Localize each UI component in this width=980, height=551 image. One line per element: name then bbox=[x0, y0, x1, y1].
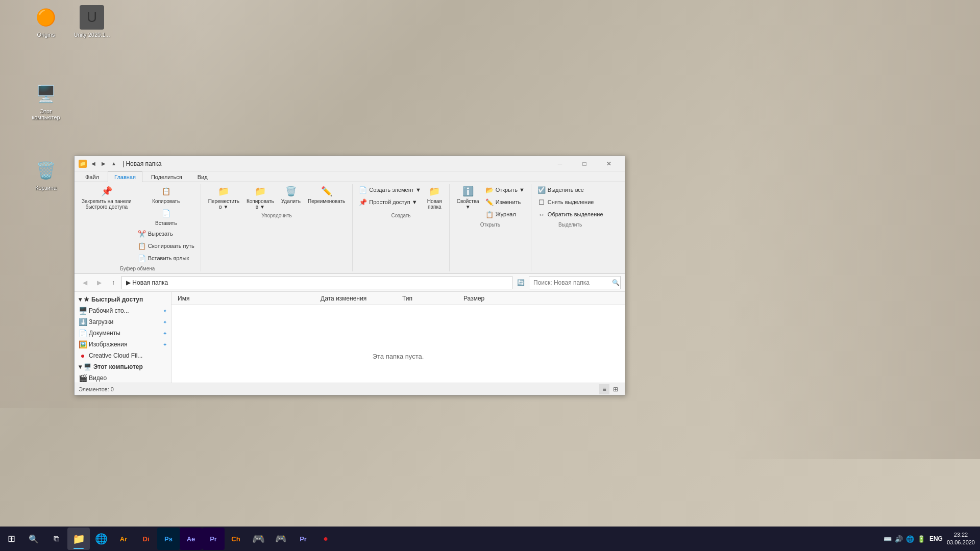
taskbar-taskview[interactable]: ⧉ bbox=[45, 528, 67, 550]
computer-icon: 🖥️ bbox=[34, 82, 58, 106]
system-clock[interactable]: 23:22 03.06.2020 bbox=[947, 531, 975, 547]
sidebar-item-video[interactable]: 🎬 Видео bbox=[75, 372, 171, 383]
copy-to-btn[interactable]: 📁 Копироватьв ▼ bbox=[243, 184, 277, 211]
taskbar-aftereffects[interactable]: Ae bbox=[180, 528, 202, 550]
this-pc-icon: 🖥️ bbox=[84, 363, 91, 370]
address-path[interactable]: ▶ Новая папка bbox=[121, 276, 512, 289]
recycle-icon: 🗑️ bbox=[34, 158, 58, 183]
volume-icon[interactable]: 🔊 bbox=[895, 535, 903, 543]
taskbar-explorer[interactable]: 📁 bbox=[67, 528, 90, 550]
up-btn[interactable]: ↑ bbox=[107, 277, 119, 289]
clock-time: 23:22 bbox=[947, 531, 975, 539]
clipboard-label: Буфер обмена bbox=[120, 266, 155, 271]
col-size-header[interactable]: Размер bbox=[461, 292, 512, 305]
col-name-header[interactable]: Имя bbox=[176, 292, 318, 305]
origin-label: Origins bbox=[37, 32, 55, 38]
desktop-icon-unity[interactable]: U Unity 2020.1... bbox=[71, 5, 112, 38]
taskbar-right: ⌨️ 🔊 🌐 🔋 ENG 23:22 03.06.2020 bbox=[884, 531, 980, 547]
minimize-button[interactable]: ─ bbox=[548, 156, 572, 171]
open-btn[interactable]: 📂 Открыть ▼ bbox=[483, 184, 527, 195]
new-item-btn[interactable]: 📄 Создать элемент ▼ bbox=[357, 184, 423, 195]
lang-indicator[interactable]: ENG bbox=[929, 535, 943, 542]
new-item-icon: 📄 bbox=[359, 186, 367, 194]
taskbar-search[interactable]: 🔍 bbox=[22, 528, 45, 550]
desktop-icon-computer[interactable]: 🖥️ Этот компьютер bbox=[26, 82, 66, 120]
title-nav: ◀ ▶ ▲ bbox=[89, 159, 118, 168]
maximize-button[interactable]: □ bbox=[573, 156, 596, 171]
easy-access-btn[interactable]: 📌 Простой доступ ▼ bbox=[357, 196, 423, 208]
invert-icon: ↔️ bbox=[537, 210, 546, 218]
status-text: Элементов: 0 bbox=[79, 386, 114, 392]
properties-icon: ℹ️ bbox=[462, 185, 474, 197]
tab-file[interactable]: Файл bbox=[79, 171, 106, 182]
grid-view-btn[interactable]: ⊞ bbox=[610, 384, 621, 394]
tab-view[interactable]: Вид bbox=[191, 171, 214, 182]
sidebar-item-desktop[interactable]: 🖥️ Рабочий сто... ✦ bbox=[75, 305, 171, 316]
chevron-down-icon: ▾ bbox=[79, 296, 82, 303]
desktop-folder-icon: 🖥️ bbox=[79, 307, 87, 315]
sidebar-item-pictures[interactable]: 🖼️ Изображения ✦ bbox=[75, 339, 171, 350]
move-btn[interactable]: 📁 Переместитьв ▼ bbox=[205, 184, 242, 211]
search-input[interactable] bbox=[533, 279, 610, 286]
cut-btn[interactable]: ✂️ Вырезать bbox=[136, 228, 197, 239]
copy-icon: 📋 bbox=[160, 185, 172, 197]
paste-btn[interactable]: 📄 Вставить bbox=[136, 206, 197, 227]
paste-shortcut-btn[interactable]: 📄 Вставить ярлык bbox=[136, 253, 197, 264]
taskbar-app1[interactable]: ● bbox=[314, 528, 337, 550]
taskbar-premiere[interactable]: Pr bbox=[202, 528, 225, 550]
empty-folder-message: Эта папка пуста. bbox=[172, 305, 625, 383]
taskbar-character-animator[interactable]: Ch bbox=[225, 528, 247, 550]
desktop-icon-origin[interactable]: 🟠 Origins bbox=[26, 5, 66, 38]
taskbar-chrome[interactable]: 🌐 bbox=[90, 528, 112, 550]
network-icon[interactable]: 🌐 bbox=[906, 535, 914, 543]
this-pc-header[interactable]: ▾ 🖥️ Этот компьютер bbox=[75, 361, 171, 372]
taskbar-adobe-aero[interactable]: Ar bbox=[112, 528, 135, 550]
this-pc-label: Этот компьютер bbox=[93, 363, 143, 370]
file-list-header: Имя Дата изменения Тип Размер bbox=[172, 292, 625, 305]
list-view-btn[interactable]: ≡ bbox=[599, 384, 609, 394]
title-fwd-btn[interactable]: ▶ bbox=[99, 159, 108, 168]
close-button[interactable]: ✕ bbox=[597, 156, 621, 171]
window-controls: ─ □ ✕ bbox=[548, 156, 621, 171]
pin-btn[interactable]: 📌 Закрепить на панелибыстрого доступа bbox=[79, 184, 135, 211]
sidebar-item-downloads[interactable]: ⬇️ Загрузки ✦ bbox=[75, 316, 171, 328]
desktop-icon-recycle[interactable]: 🗑️ Корзина bbox=[26, 158, 66, 191]
quick-access-header[interactable]: ▾ ★ Быстрый доступ bbox=[75, 294, 171, 305]
ribbon-tabs: Файл Главная Поделиться Вид bbox=[75, 171, 625, 182]
path-text: Новая папка bbox=[132, 279, 168, 286]
deselect-btn[interactable]: ☐ Снять выделение bbox=[535, 196, 605, 208]
invert-btn[interactable]: ↔️ Обратить выделение bbox=[535, 209, 605, 220]
taskbar-photoshop[interactable]: Ps bbox=[157, 528, 180, 550]
col-type-header[interactable]: Тип bbox=[400, 292, 461, 305]
taskbar-premiere2[interactable]: Pr bbox=[292, 528, 314, 550]
delete-icon: 🗑️ bbox=[285, 185, 297, 197]
properties-btn[interactable]: ℹ️ Свойства▼ bbox=[454, 184, 482, 211]
sidebar-item-documents[interactable]: 📄 Документы ✦ bbox=[75, 328, 171, 339]
taskbar-steam[interactable]: 🎮 bbox=[270, 528, 292, 550]
col-date-header[interactable]: Дата изменения bbox=[318, 292, 400, 305]
refresh-btn[interactable]: 🔄 bbox=[514, 277, 527, 289]
new-folder-btn[interactable]: 📁 Новаяпапка bbox=[424, 184, 445, 211]
delete-btn[interactable]: 🗑️ Удалить bbox=[278, 184, 304, 205]
title-back-btn[interactable]: ◀ bbox=[89, 159, 98, 168]
select-all-btn[interactable]: ☑️ Выделить все bbox=[535, 184, 605, 195]
taskbar-unity[interactable]: 🎮 bbox=[247, 528, 270, 550]
forward-btn[interactable]: ▶ bbox=[93, 277, 105, 289]
copy-path-btn[interactable]: 📋 Скопировать путь bbox=[136, 240, 197, 252]
taskbar-adobe-dim[interactable]: Di bbox=[135, 528, 157, 550]
tab-share[interactable]: Поделиться bbox=[144, 171, 189, 182]
copy-btn[interactable]: 📋 Копировать bbox=[136, 184, 197, 205]
select-all-icon: ☑️ bbox=[537, 186, 546, 194]
open-buttons: ℹ️ Свойства▼ 📂 Открыть ▼ ✏️ Изменить bbox=[454, 184, 527, 220]
log-btn[interactable]: 📋 Журнал bbox=[483, 209, 527, 220]
edit-btn[interactable]: ✏️ Изменить bbox=[483, 196, 527, 208]
documents-icon: 📄 bbox=[79, 329, 87, 337]
taskbar-start[interactable]: ⊞ bbox=[0, 528, 22, 550]
rename-btn[interactable]: ✏️ Переименовать bbox=[305, 184, 348, 205]
ribbon-group-create: 📄 Создать элемент ▼ 📌 Простой доступ ▼ 📁… bbox=[357, 184, 449, 271]
search-box[interactable]: 🔍 bbox=[529, 276, 621, 289]
back-btn[interactable]: ◀ bbox=[79, 277, 91, 289]
sidebar-item-creative-cloud[interactable]: ● Creative Cloud Fil... bbox=[75, 350, 171, 361]
tab-home[interactable]: Главная bbox=[108, 171, 142, 182]
title-up-btn[interactable]: ▲ bbox=[109, 159, 118, 168]
